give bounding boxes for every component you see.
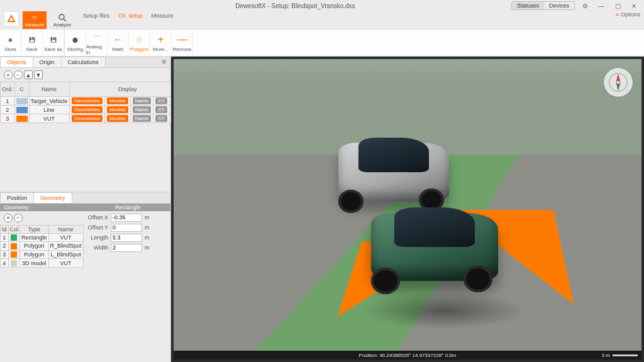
3d-viewport[interactable]: Position: 46.24380528° 14.97337228° 0.0m… (171, 57, 644, 362)
position-readout: Position: 46.24380528° 14.97337228° 0.0m (359, 353, 457, 358)
geometry-properties: Offset Xm Offset Ym Lengthm Widthm (75, 211, 170, 268)
toolbar: ◉Store 💾Save 💾Save as ⬤Storing 〰Analog i… (0, 29, 644, 57)
math-button[interactable]: +−Math (108, 30, 129, 56)
tab-objects[interactable]: Objects (0, 57, 33, 67)
save-as-icon: 💾 (50, 33, 57, 46)
measure-label: Measure (25, 22, 44, 28)
add-object-button[interactable]: + (4, 70, 13, 79)
analog-in-button[interactable]: 〰Analog in (86, 30, 108, 56)
measure-mode-button[interactable]: ▭ Measure (23, 11, 47, 29)
app-logo[interactable] (4, 11, 19, 26)
tab-origin[interactable]: Origin (33, 57, 62, 67)
table-row[interactable]: 3PolygonL_BlindSpot (1, 250, 84, 259)
expand-icon[interactable]: ⊕ (158, 57, 170, 67)
scene-canvas[interactable] (174, 59, 641, 359)
analyze-label: Analyze (53, 22, 71, 28)
title-bar: DewesoftX - Setup: Blindspot_Vransko.dxs… (0, 0, 644, 11)
tab-position[interactable]: Position (0, 192, 34, 203)
viewport-statusbar: Position: 46.24380528° 14.97337228° 0.0m… (174, 351, 641, 359)
analyze-mode-button[interactable]: Analyze (50, 11, 74, 29)
wave-icon: 〰 (94, 31, 99, 43)
status-toggle[interactable]: Statuses Devices (511, 1, 575, 10)
color-swatch[interactable] (16, 98, 28, 104)
tab-ch-setup[interactable]: Ch. setup (117, 11, 144, 20)
analyze-icon (58, 13, 67, 22)
minus-icon: — (177, 33, 187, 46)
tab-calculations[interactable]: Calculations (61, 57, 106, 67)
save-icon: 💾 (29, 33, 35, 46)
geometry-header: Geometry Rectangle (0, 204, 170, 211)
polygon-icon: ⬠ (137, 33, 142, 46)
table-row[interactable]: 1RectangleVUT (1, 233, 84, 242)
gear-icon[interactable]: ⚙ (579, 1, 591, 10)
left-subtabs: Objects Origin Calculations ⊕ (0, 57, 170, 68)
store-button[interactable]: ◉Store (0, 30, 21, 56)
table-row[interactable]: 43D modelVUT (1, 259, 84, 268)
remove-button[interactable]: —Remove (172, 30, 193, 56)
main-area: Objects Origin Calculations ⊕ + − ▲ ▼ Or… (0, 57, 644, 362)
minimize-icon[interactable]: — (595, 1, 608, 10)
col-name: Name (29, 82, 69, 97)
svg-point-0 (59, 14, 64, 19)
remove-object-button[interactable]: − (14, 70, 23, 79)
storing-button[interactable]: ⬤Storing (65, 30, 86, 56)
menu-bar: ▭ Measure Analyze Setup files Ch. setup … (0, 11, 644, 29)
tab-measure[interactable]: Measure (150, 11, 175, 20)
more-button[interactable]: +More... (150, 30, 172, 56)
col-display: Display (69, 82, 186, 97)
left-panel: Objects Origin Calculations ⊕ + − ▲ ▼ Or… (0, 57, 171, 362)
polygon-button[interactable]: ⬠Polygon (129, 30, 150, 56)
plus-icon: + (158, 33, 164, 46)
math-icon: +− (115, 33, 121, 46)
col-c: C (14, 82, 29, 97)
move-down-button[interactable]: ▼ (34, 70, 43, 79)
add-geometry-button[interactable]: + (4, 214, 13, 222)
move-up-button[interactable]: ▲ (24, 70, 33, 79)
tab-geometry[interactable]: Geometry (33, 192, 72, 203)
remove-geometry-button[interactable]: − (14, 214, 23, 222)
width-input[interactable] (111, 244, 142, 252)
offset-x-input[interactable] (111, 214, 142, 222)
storing-icon: ⬤ (72, 33, 78, 46)
devices-tab[interactable]: Devices (544, 2, 574, 9)
save-button[interactable]: 💾Save (21, 30, 43, 56)
scale-readout: 3 m (602, 353, 638, 358)
maximize-icon[interactable]: ▢ (611, 1, 624, 10)
color-swatch[interactable] (16, 107, 28, 113)
col-ord: Ord. (1, 82, 15, 97)
table-row[interactable]: 2PolygonR_BlindSpot (1, 242, 84, 251)
offset-y-input[interactable] (111, 224, 142, 232)
color-swatch[interactable] (16, 116, 28, 122)
record-icon: ◉ (8, 33, 13, 46)
compass-icon[interactable] (604, 68, 633, 97)
vut-vehicle-model (362, 204, 507, 298)
window-title: DewesoftX - Setup: Blindspot_Vransko.dxs (79, 3, 511, 9)
close-icon[interactable]: ✕ (628, 1, 640, 10)
lower-panel: Position Geometry Geometry Rectangle + −… (0, 192, 170, 363)
svg-marker-4 (616, 82, 620, 91)
statuses-tab[interactable]: Statuses (512, 2, 544, 9)
options-button[interactable]: ≡Options (616, 11, 640, 18)
tab-setup-files[interactable]: Setup files (82, 11, 111, 20)
svg-line-1 (64, 19, 66, 21)
save-as-button[interactable]: 💾Save as (43, 30, 64, 56)
geometry-grid[interactable]: IdColTypeName 1RectangleVUT 2PolygonR_Bl… (0, 225, 84, 268)
svg-marker-3 (616, 74, 620, 83)
measure-icon: ▭ (32, 13, 37, 22)
length-input[interactable] (111, 234, 142, 242)
